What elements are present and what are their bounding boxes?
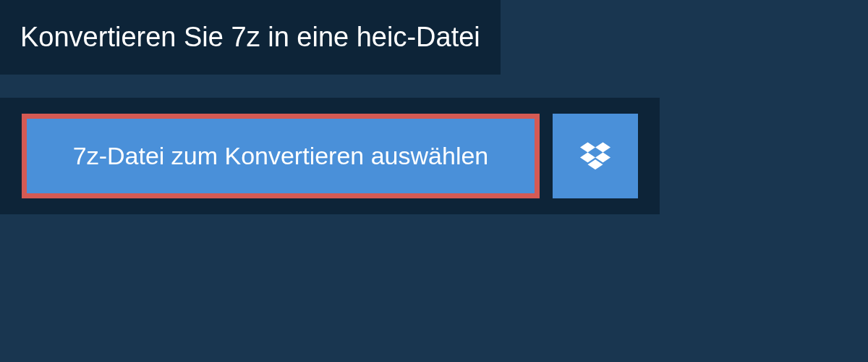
upload-panel: 7z-Datei zum Konvertieren auswählen — [0, 98, 660, 214]
select-file-button[interactable]: 7z-Datei zum Konvertieren auswählen — [22, 114, 540, 198]
dropbox-icon — [580, 140, 610, 173]
dropbox-button[interactable] — [553, 114, 638, 198]
page-title: Konvertieren Sie 7z in eine heic-Datei — [20, 22, 480, 53]
select-file-label: 7z-Datei zum Konvertieren auswählen — [73, 142, 489, 170]
header-bar: Konvertieren Sie 7z in eine heic-Datei — [0, 0, 501, 75]
